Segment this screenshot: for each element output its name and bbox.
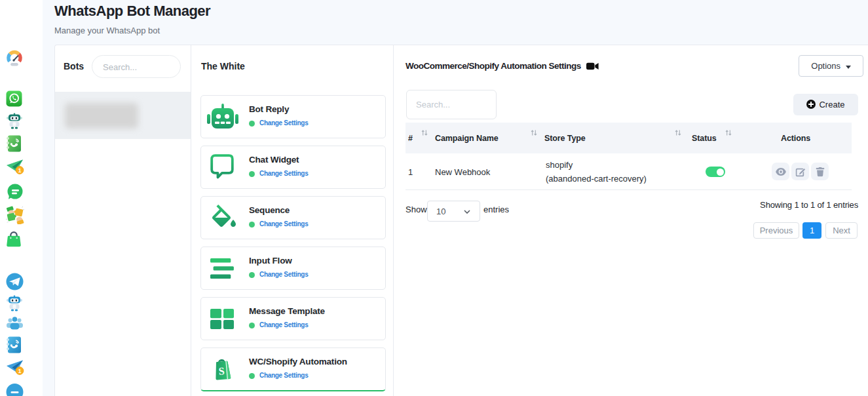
svg-text:1: 1 [18, 167, 22, 174]
svg-text:1: 1 [18, 368, 22, 374]
svg-text:S: S [218, 365, 225, 377]
